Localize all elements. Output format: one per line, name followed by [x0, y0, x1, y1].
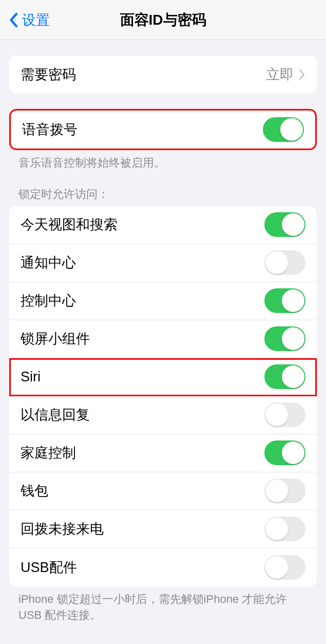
- today-view-label: 今天视图和搜索: [21, 215, 118, 234]
- lock-widget-label: 锁屏小组件: [21, 329, 90, 348]
- control-center-toggle[interactable]: [264, 288, 305, 313]
- siri-toggle[interactable]: [264, 364, 305, 389]
- toggle-knob: [265, 556, 288, 579]
- today-view-toggle[interactable]: [264, 212, 305, 237]
- lock-access-footer: iPhone 锁定超过一小时后，需先解锁iPhone 才能允许USB 配件连接。: [0, 586, 326, 623]
- usb-accessories-label: USB配件: [21, 558, 77, 577]
- toggle-knob: [282, 213, 304, 236]
- home-control-toggle[interactable]: [264, 440, 305, 465]
- require-passcode-group: 需要密码 立即: [9, 56, 317, 94]
- chevron-right-icon: [299, 69, 305, 80]
- lock-access-header: 锁定时允许访问：: [0, 171, 326, 206]
- nav-bar: 设置 面容ID与密码: [0, 0, 326, 40]
- return-missed-calls-row: 回拨未接来电: [9, 510, 317, 548]
- reply-message-row: 以信息回复: [9, 396, 317, 434]
- back-label: 设置: [22, 11, 50, 29]
- voice-dial-footer: 音乐语音控制将始终被启用。: [0, 150, 326, 171]
- back-button[interactable]: 设置: [0, 11, 50, 29]
- siri-label: Siri: [21, 369, 41, 385]
- usb-accessories-toggle[interactable]: [264, 555, 305, 580]
- voice-dial-group: 语音拨号: [9, 109, 317, 150]
- lock-access-group: 今天视图和搜索 通知中心 控制中心 锁屏小组件 Siri 以信息回复 家庭控制: [9, 206, 317, 586]
- toggle-knob: [282, 441, 304, 464]
- require-passcode-label: 需要密码: [21, 65, 76, 84]
- toggle-knob: [282, 365, 304, 388]
- control-center-row: 控制中心: [9, 282, 317, 320]
- reply-message-label: 以信息回复: [21, 406, 90, 424]
- voice-dial-label: 语音拨号: [22, 120, 78, 139]
- wallet-toggle[interactable]: [264, 479, 305, 503]
- return-missed-calls-toggle[interactable]: [264, 517, 305, 541]
- chevron-left-icon: [7, 11, 19, 29]
- usb-accessories-row: USB配件: [9, 548, 317, 586]
- toggle-knob: [265, 251, 288, 274]
- siri-row: Siri: [9, 358, 317, 396]
- notification-center-toggle[interactable]: [264, 250, 305, 275]
- wallet-label: 钱包: [21, 482, 48, 500]
- notification-center-row: 通知中心: [9, 244, 317, 282]
- return-missed-calls-label: 回拨未接来电: [21, 520, 104, 538]
- lock-widget-toggle[interactable]: [264, 326, 305, 351]
- home-control-row: 家庭控制: [9, 434, 317, 472]
- require-passcode-row[interactable]: 需要密码 立即: [9, 56, 317, 94]
- voice-dial-row: 语音拨号: [11, 111, 315, 149]
- control-center-label: 控制中心: [21, 291, 76, 310]
- toggle-knob: [265, 403, 288, 426]
- today-view-row: 今天视图和搜索: [9, 206, 317, 244]
- toggle-knob: [280, 118, 303, 141]
- require-passcode-value-text: 立即: [266, 65, 294, 84]
- reply-message-toggle[interactable]: [264, 402, 305, 427]
- toggle-knob: [265, 480, 288, 502]
- wallet-row: 钱包: [9, 472, 317, 510]
- lock-widget-row: 锁屏小组件: [9, 320, 317, 358]
- notification-center-label: 通知中心: [21, 253, 76, 272]
- require-passcode-value: 立即: [266, 65, 305, 84]
- toggle-knob: [282, 327, 304, 350]
- home-control-label: 家庭控制: [21, 444, 76, 462]
- toggle-knob: [265, 518, 288, 540]
- content: 需要密码 立即 语音拨号 音乐语音控制将始终被启用。 锁定时允许访问： 今天视图…: [0, 56, 326, 623]
- voice-dial-toggle[interactable]: [263, 117, 304, 142]
- toggle-knob: [282, 289, 304, 312]
